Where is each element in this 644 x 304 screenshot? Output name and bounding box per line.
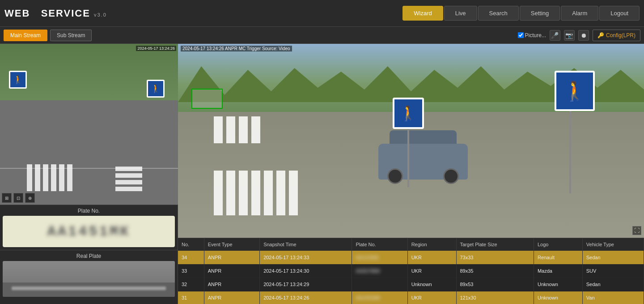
cell-plate-no: АА1234КК <box>352 251 407 264</box>
ped-sign-main-left: 🚶 <box>393 98 424 129</box>
nav-live[interactable]: Live <box>444 6 477 21</box>
col-plate-size: Target Plate Size <box>456 238 534 251</box>
cell-vehicle-type: Sedan <box>582 278 644 291</box>
cell-vehicle-type: SUV <box>582 264 644 278</box>
cam-grid-icon[interactable]: ⊞ <box>2 193 12 203</box>
small-road-scene: 🚶 🚶 2024-05-17 13:24:26 <box>0 44 178 205</box>
table-row[interactable]: 34 ANPR 2024-05-17 13:24:33 АА1234КК UKR… <box>178 251 644 264</box>
config-lpr-icon: 🔑 <box>597 32 604 39</box>
col-vehicle-type: Vehicle Type <box>582 238 644 251</box>
real-plate-section: Real Plate <box>0 250 178 304</box>
camera-overlay: ⊞ ⊡ ⊕ <box>2 193 35 203</box>
plate-number-text: АА1451МК <box>47 223 131 240</box>
header: WEB SERVICE v3.0 Wizard Live Search Sett… <box>0 0 644 27</box>
table-row[interactable]: 31 ANPR 2024-05-17 13:24:26 АА1451МК UKR… <box>178 291 644 304</box>
cell-no: 31 <box>178 291 204 304</box>
picture-checkbox[interactable] <box>518 32 524 38</box>
ped-sign-small-right: 🚶 <box>147 80 165 98</box>
cell-event-type: ANPR <box>204 291 259 304</box>
config-lpr-label: Config(LPR) <box>606 32 636 39</box>
col-no: No. <box>178 238 204 251</box>
cell-region: UKR <box>407 264 456 278</box>
real-plate-title: Real Plate <box>3 253 175 259</box>
nav-wizard[interactable]: Wizard <box>402 6 443 21</box>
table-row[interactable]: 33 ANPR 2024-05-17 13:24:30 АА5678МК UKR… <box>178 264 644 278</box>
cell-logo: Mazda <box>534 264 582 278</box>
cell-event-type: ANPR <box>204 278 259 291</box>
license-plate-detection-box <box>191 89 223 109</box>
main-crosswalk-top <box>214 116 260 143</box>
left-panel: 🚶 🚶 2024-05-17 13:24:26 ⊞ ⊡ ⊕ Plate No. … <box>0 44 178 304</box>
cell-plate-size: 89x35 <box>456 264 534 278</box>
cell-logo: Unknown <box>534 278 582 291</box>
plate-section: Plate No. АА1451МК <box>0 205 178 250</box>
camera-snapshot-icon[interactable]: 📷 <box>564 30 575 41</box>
nav-alarm[interactable]: Alarm <box>561 6 598 21</box>
cell-no: 34 <box>178 251 204 264</box>
col-region: Region <box>407 238 456 251</box>
app-logo: WEB SERVICE v3.0 <box>4 8 107 19</box>
plate-no-title: Plate No. <box>3 208 175 214</box>
col-event-type: Event Type <box>204 238 259 251</box>
ped-sign-main-right: 🚶 <box>555 71 595 111</box>
plate-display: АА1451МК <box>3 216 175 247</box>
cell-snapshot-time: 2024-05-17 13:24:33 <box>260 251 352 264</box>
cell-region: UKR <box>407 251 456 264</box>
logo-version: v3.0 <box>94 12 107 17</box>
record-icon[interactable]: ⏺ <box>578 30 589 41</box>
cell-plate-size: 121x30 <box>456 291 534 304</box>
logo-service: SERVICE <box>41 8 90 19</box>
main-road-scene: 🚶 🚶 2024-05-17 13:24:26 ANPR MC Trigger … <box>178 44 644 238</box>
cell-snapshot-time: 2024-05-17 13:24:29 <box>260 278 352 291</box>
cell-plate-size: 73x33 <box>456 251 534 264</box>
cell-plate-no <box>352 278 407 291</box>
cell-snapshot-time: 2024-05-17 13:24:30 <box>260 264 352 278</box>
cell-plate-size: 89x53 <box>456 278 534 291</box>
real-plate-road-bg <box>3 261 175 297</box>
road-line <box>0 168 178 169</box>
col-logo: Logo <box>534 238 582 251</box>
cam-fit-icon[interactable]: ⊡ <box>13 193 23 203</box>
events-table: No. Event Type Snapshot Time Plate No. R… <box>178 238 644 304</box>
nav-setting[interactable]: Setting <box>520 6 560 21</box>
cell-region: Unknown <box>407 278 456 291</box>
cell-logo: Renault <box>534 251 582 264</box>
vehicle-car <box>378 126 468 180</box>
logo-web: WEB <box>4 8 30 19</box>
cam-zoom-icon[interactable]: ⊕ <box>25 193 35 203</box>
cell-region: UKR <box>407 291 456 304</box>
nav-logout[interactable]: Logout <box>599 6 640 21</box>
main-video-feed: 🚶 🚶 2024-05-17 13:24:26 ANPR MC Trigger … <box>178 44 644 238</box>
toolbar: Main Stream Sub Stream Picture... 🎤 📷 ⏺ … <box>0 27 644 44</box>
table-header-row: No. Event Type Snapshot Time Plate No. R… <box>178 238 644 251</box>
cell-event-type: ANPR <box>204 251 259 264</box>
config-lpr-button[interactable]: 🔑 Config(LPR) <box>593 30 640 41</box>
right-panel: 🚶 🚶 2024-05-17 13:24:26 ANPR MC Trigger … <box>178 44 644 304</box>
ped-sign-small-left: 🚶 <box>9 71 27 89</box>
video-timestamp: 2024-05-17 13:24:26 ANPR MC Trigger Sour… <box>181 46 292 51</box>
main-stream-button[interactable]: Main Stream <box>4 30 47 41</box>
cell-logo: Unknown <box>534 291 582 304</box>
cell-no: 32 <box>178 278 204 291</box>
toolbar-right: Picture... 🎤 📷 ⏺ 🔑 Config(LPR) <box>518 30 640 41</box>
small-timestamp: 2024-05-17 13:24:26 <box>136 46 176 51</box>
cell-vehicle-type: Sedan <box>582 251 644 264</box>
car-body <box>378 144 468 180</box>
microphone-icon[interactable]: 🎤 <box>550 30 560 41</box>
sub-stream-button[interactable]: Sub Stream <box>50 30 92 41</box>
cell-vehicle-type: Van <box>582 291 644 304</box>
col-plate-no: Plate No. <box>352 238 407 251</box>
cell-no: 33 <box>178 264 204 278</box>
main-content: 🚶 🚶 2024-05-17 13:24:26 ⊞ ⊡ ⊕ Plate No. … <box>0 44 644 304</box>
cell-plate-no: АА5678МК <box>352 264 407 278</box>
col-snapshot-time: Snapshot Time <box>260 238 352 251</box>
cell-plate-no: АА1451МК <box>352 291 407 304</box>
picture-label: Picture... <box>525 32 546 39</box>
fullscreen-button[interactable]: ⛶ <box>632 226 641 235</box>
cell-snapshot-time: 2024-05-17 13:24:26 <box>260 291 352 304</box>
nav-search[interactable]: Search <box>478 6 519 21</box>
picture-checkbox-container[interactable]: Picture... <box>518 32 546 39</box>
table-row[interactable]: 32 ANPR 2024-05-17 13:24:29 Unknown 89x5… <box>178 278 644 291</box>
main-crosswalk-bottom <box>214 171 298 215</box>
small-crosswalk-v <box>115 167 142 191</box>
